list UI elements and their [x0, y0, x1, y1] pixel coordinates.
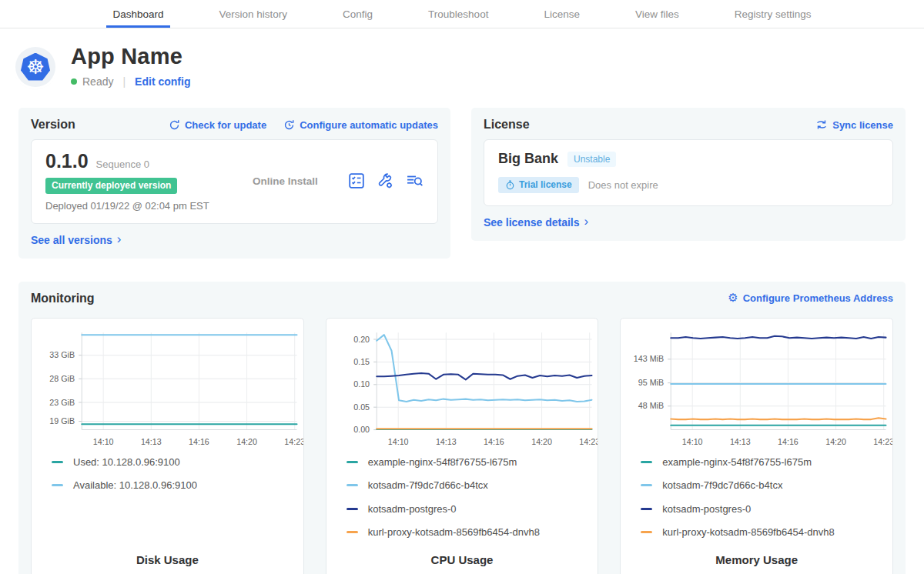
svg-text:14:20: 14:20	[826, 436, 847, 446]
legend-swatch	[641, 461, 652, 463]
svg-text:14:23: 14:23	[874, 436, 892, 446]
svg-text:14:23: 14:23	[284, 436, 303, 446]
legend-item: example-nginx-54f8f76755-l675m	[641, 456, 892, 468]
tab-troubleshoot[interactable]: Troubleshoot	[422, 0, 494, 28]
svg-text:0.20: 0.20	[353, 334, 370, 343]
version-panel-title: Version	[31, 118, 75, 132]
legend-item: kotsadm-postgres-0	[641, 503, 892, 515]
legend-swatch	[346, 461, 358, 463]
svg-text:14:10: 14:10	[93, 436, 114, 446]
monitoring-panel: Monitoring ⚙ Configure Prometheus Addres…	[18, 282, 906, 574]
svg-text:14:10: 14:10	[387, 436, 408, 446]
chevron-right-icon: ›	[117, 232, 122, 245]
svg-text:14:16: 14:16	[484, 436, 504, 446]
chevron-right-icon: ›	[584, 215, 589, 228]
legend-item: kotsadm-postgres-0	[346, 503, 598, 515]
deployed-version-badge: Currently deployed version	[45, 178, 177, 194]
preflight-checklist-icon[interactable]	[348, 172, 365, 189]
svg-text:0.05: 0.05	[353, 402, 370, 411]
ready-status-dot	[71, 78, 77, 85]
legend-label: kotsadm-postgres-0	[662, 503, 751, 515]
deploy-logs-icon[interactable]	[405, 172, 424, 189]
config-wrench-icon[interactable]	[377, 172, 393, 189]
legend-swatch	[346, 508, 358, 510]
see-all-versions-link[interactable]: See all versions ›	[31, 233, 122, 246]
app-status-text: Ready	[82, 75, 113, 88]
legend-item: kurl-proxy-kotsadm-8569fb6454-dnvh8	[346, 526, 598, 538]
svg-text:14:20: 14:20	[531, 436, 552, 446]
license-panel-title: License	[484, 118, 530, 132]
kubernetes-wheel-icon: ☸	[21, 53, 50, 82]
tab-config[interactable]: Config	[336, 0, 379, 28]
tab-version-history[interactable]: Version history	[213, 0, 294, 28]
legend-label: kotsadm-7f9dc7d66c-b4tcx	[662, 479, 782, 491]
tab-view-files[interactable]: View files	[629, 0, 685, 28]
configure-prometheus-link[interactable]: ⚙ Configure Prometheus Address	[728, 292, 893, 304]
install-type-label: Online Install	[223, 175, 348, 187]
refresh-icon	[169, 119, 180, 131]
svg-text:0.00: 0.00	[353, 425, 370, 434]
tab-dashboard[interactable]: Dashboard	[106, 0, 169, 28]
version-panel: Version Check for update	[18, 108, 450, 259]
svg-text:14:13: 14:13	[141, 436, 162, 446]
legend-swatch	[52, 461, 63, 463]
cpu-usage-chart: 0.000.050.100.150.2014:1014:1314:1614:20…	[326, 325, 598, 452]
configure-automatic-updates-link[interactable]: Configure automatic updates	[283, 119, 438, 131]
legend-item: Available: 10.128.0.96:9100	[52, 479, 303, 491]
tab-license[interactable]: License	[537, 0, 586, 28]
license-card: Big Bank Unstable Trial license Does not…	[484, 139, 893, 206]
edit-config-link[interactable]: Edit config	[135, 75, 190, 88]
svg-text:0.10: 0.10	[353, 379, 370, 389]
version-number: 0.1.0	[45, 150, 89, 172]
svg-text:14:16: 14:16	[778, 436, 798, 446]
app-header: ☸ App Name Ready | Edit config	[0, 28, 924, 88]
legend-label: example-nginx-54f8f76755-l675m	[662, 456, 812, 468]
cpu-usage-legend: example-nginx-54f8f76755-l675mkotsadm-7f…	[346, 456, 598, 550]
svg-text:14:13: 14:13	[730, 436, 751, 446]
channel-badge: Unstable	[567, 152, 616, 167]
svg-text:95 MiB: 95 MiB	[638, 378, 664, 387]
legend-label: Used: 10.128.0.96:9100	[73, 456, 180, 468]
svg-text:0.15: 0.15	[353, 356, 370, 365]
svg-text:33 GiB: 33 GiB	[49, 350, 75, 359]
see-license-details-link[interactable]: See license details ›	[484, 215, 588, 229]
svg-text:14:13: 14:13	[436, 436, 457, 446]
legend-item: kurl-proxy-kotsadm-8569fb6454-dnvh8	[641, 526, 892, 538]
legend-item: kotsadm-7f9dc7d66c-b4tcx	[641, 479, 892, 491]
deployed-timestamp: Deployed 01/19/22 @ 02:04 pm EST	[45, 200, 223, 212]
divider: |	[122, 75, 126, 88]
app-name-title: App Name	[71, 44, 190, 69]
legend-item: kotsadm-7f9dc7d66c-b4tcx	[346, 479, 598, 491]
svg-text:14:16: 14:16	[189, 436, 209, 446]
license-panel: License Sync license Big Bank Unstable	[471, 108, 906, 241]
disk-usage-legend: Used: 10.128.0.96:9100Available: 10.128.…	[52, 456, 303, 503]
legend-swatch	[641, 508, 652, 510]
svg-text:14:23: 14:23	[579, 436, 598, 446]
disk-usage-chart-card: 19 GiB23 GiB28 GiB33 GiB14:1014:1314:161…	[31, 318, 304, 574]
legend-item: example-nginx-54f8f76755-l675m	[346, 456, 598, 468]
svg-text:48 MiB: 48 MiB	[638, 401, 664, 410]
stopwatch-icon	[505, 180, 515, 190]
check-for-update-link[interactable]: Check for update	[169, 119, 266, 131]
legend-label: kotsadm-postgres-0	[368, 503, 457, 515]
memory-usage-legend: example-nginx-54f8f76755-l675mkotsadm-7f…	[641, 456, 892, 550]
chart-title: CPU Usage	[326, 553, 598, 574]
legend-item: Used: 10.128.0.96:9100	[52, 456, 303, 468]
svg-text:143 MiB: 143 MiB	[634, 354, 664, 363]
legend-label: kotsadm-7f9dc7d66c-b4tcx	[368, 479, 488, 491]
legend-swatch	[52, 484, 63, 486]
memory-usage-chart: 48 MiB95 MiB143 MiB14:1014:1314:1614:201…	[621, 325, 892, 452]
svg-text:28 GiB: 28 GiB	[49, 373, 75, 382]
version-sequence: Sequence 0	[96, 159, 149, 170]
legend-swatch	[641, 531, 652, 533]
disk-usage-chart: 19 GiB23 GiB28 GiB33 GiB14:1014:1314:161…	[32, 325, 303, 452]
chart-title: Memory Usage	[621, 553, 892, 574]
tab-registry-settings[interactable]: Registry settings	[728, 0, 818, 28]
legend-swatch	[346, 484, 358, 486]
trial-license-badge: Trial license	[498, 177, 579, 193]
cpu-usage-chart-card: 0.000.050.100.150.2014:1014:1314:1614:20…	[326, 318, 599, 574]
sync-license-link[interactable]: Sync license	[815, 119, 893, 131]
clock-refresh-icon	[283, 119, 295, 131]
customer-name: Big Bank	[498, 151, 558, 167]
legend-swatch	[346, 531, 358, 533]
